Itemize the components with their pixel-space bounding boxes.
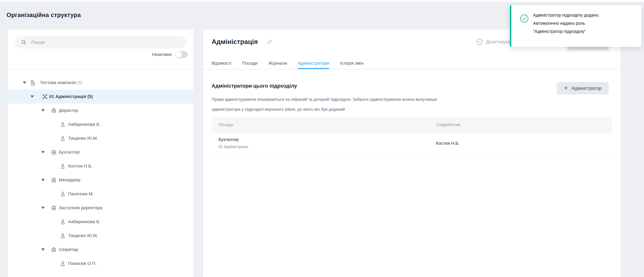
- tree-node-unit-selected[interactable]: 01 Адміністрація (5): [8, 90, 194, 104]
- briefcase-icon: [51, 149, 57, 155]
- toast-message: Адміністратор підрозділу додано. Автомат…: [533, 11, 600, 36]
- tree-node-position[interactable]: Секретар: [8, 243, 194, 256]
- tree-node-person[interactable]: Тищенко Ю.М.: [8, 229, 194, 243]
- person-icon: [60, 163, 66, 169]
- node-label: 01 Адміністрація: [49, 94, 86, 99]
- person-icon: [60, 260, 66, 267]
- deactivate-button[interactable]: Деактивувати: [476, 38, 515, 46]
- search-input[interactable]: [31, 38, 186, 47]
- tab-administratory[interactable]: Адміністратори: [298, 57, 329, 69]
- search-box[interactable]: [15, 36, 186, 49]
- cell-position: Бухгалтер 01 Адміністрація: [218, 137, 248, 149]
- search-icon: [20, 39, 27, 46]
- toggle-knob: [176, 51, 182, 58]
- table-row: Бухгалтер 01 Адміністрація Костюк Н.Б.: [212, 132, 612, 154]
- node-label: Тищенко Ю.М.: [68, 233, 98, 238]
- tab-posady[interactable]: Посади: [242, 57, 258, 69]
- column-header-employee: Співробітник: [436, 122, 460, 127]
- page-title: Організаційна структура: [6, 12, 81, 19]
- node-label: Аабарникова Б.: [68, 219, 100, 224]
- tree-node-position[interactable]: Директор: [8, 104, 194, 118]
- inactive-toggle-label: Неактивні: [152, 52, 172, 57]
- node-label: Директор: [59, 108, 78, 113]
- person-icon: [60, 219, 66, 225]
- tree-node-person[interactable]: Костюк Н.Б.: [8, 159, 194, 173]
- briefcase-icon: [51, 205, 57, 211]
- add-administrator-label: Адміністратор: [572, 86, 602, 91]
- toast-line-1: Адміністратор підрозділу додано.: [533, 11, 600, 19]
- description-line-1: Права адміністрування поширюються на обр…: [212, 94, 437, 104]
- node-label: Менеджер: [59, 177, 80, 182]
- description-line-2: адміністратора у підрозділі верхнього рі…: [212, 104, 437, 114]
- tree-node-company[interactable]: Тестова компанія (5): [8, 76, 194, 90]
- briefcase-icon: [51, 177, 57, 183]
- tree-node-position[interactable]: Заступник директора: [8, 201, 194, 215]
- tree-node-person[interactable]: Тищенко Ю.М.: [8, 131, 194, 145]
- edit-pencil-icon[interactable]: [266, 39, 273, 45]
- circle-minus-icon: [476, 39, 483, 45]
- top-strip: [0, 0, 644, 2]
- node-label: Аабарникова Б.: [68, 122, 100, 127]
- cell-employee: Костюк Н.Б.: [436, 141, 460, 146]
- toast-accent-bar: [510, 5, 511, 47]
- inactive-toggle-switch[interactable]: [176, 51, 188, 58]
- chevron-down-icon[interactable]: [41, 109, 45, 112]
- tree-node-person[interactable]: Аабарникова Б.: [8, 118, 194, 131]
- tree-node-person[interactable]: Панасюк О.П.: [8, 256, 194, 270]
- node-label: Заступник директора: [59, 205, 102, 210]
- unit-tabs: Відомості Посади Журнали Адміністратори …: [212, 57, 364, 69]
- org-tree-sidebar: Неактивні Тестова компанія (5): [8, 30, 194, 277]
- chevron-down-icon[interactable]: [41, 248, 45, 251]
- node-label: Пасечник М.: [68, 191, 94, 196]
- toast-line-3: "Адміністратор підрозділу": [533, 27, 600, 36]
- position-name: Бухгалтер: [218, 137, 248, 142]
- person-icon: [60, 135, 66, 141]
- tab-istoriya-zmin[interactable]: Історія змін: [340, 57, 364, 69]
- tree-node-position[interactable]: Менеджер: [8, 173, 194, 187]
- briefcase-icon: [51, 107, 57, 114]
- company-icon: [30, 80, 36, 86]
- check-circle-icon: [520, 14, 528, 23]
- column-header-position: Посада: [218, 122, 233, 127]
- tabs-divider: [203, 69, 621, 69]
- person-icon: [60, 191, 66, 197]
- node-label: Секретар: [59, 247, 78, 252]
- node-label: Бухгалтер: [59, 150, 80, 155]
- unit-title: Адміністрація: [212, 38, 258, 46]
- chevron-down-icon[interactable]: [30, 95, 34, 98]
- chevron-down-icon[interactable]: [23, 82, 26, 84]
- node-label: Панасюк О.П.: [68, 261, 96, 266]
- inactive-toggle-row: Неактивні: [152, 50, 188, 59]
- unit-detail-panel: Адміністрація Деактивувати Відомості Пос…: [203, 30, 621, 277]
- section-description: Права адміністрування поширюються на обр…: [212, 94, 437, 114]
- tree-node-person[interactable]: Аабарникова Б.: [8, 215, 194, 229]
- chevron-down-icon[interactable]: [41, 179, 45, 181]
- node-count: (5): [77, 80, 82, 85]
- node-label: Тищенко Ю.М.: [68, 136, 98, 141]
- plus-icon: +: [564, 85, 568, 91]
- section-heading: Адміністратори цього підрозділу: [212, 83, 297, 89]
- person-icon: [60, 121, 66, 128]
- toast-line-2: Автоматично надано роль: [533, 19, 600, 27]
- administrators-table: Посада Співробітник Бухгалтер 01 Адмініс…: [212, 117, 612, 154]
- chevron-down-icon[interactable]: [41, 151, 45, 153]
- add-administrator-button[interactable]: + Адміністратор: [557, 82, 609, 94]
- tab-zhurnaly[interactable]: Журнали: [268, 57, 287, 69]
- success-toast: Адміністратор підрозділу додано. Автомат…: [510, 5, 641, 47]
- briefcase-icon: [51, 246, 57, 253]
- person-icon: [60, 233, 66, 239]
- org-tree: Тестова компанія (5) 01 Адміністрація (5…: [8, 76, 194, 270]
- node-count: (5): [87, 94, 93, 99]
- position-unit: 01 Адміністрація: [218, 144, 248, 149]
- tree-node-position[interactable]: Бухгалтер: [8, 145, 194, 159]
- org-unit-icon: [42, 94, 48, 100]
- tree-node-person[interactable]: Пасечник М.: [8, 187, 194, 201]
- sidebar-divider: [8, 69, 194, 70]
- tab-vidomosti[interactable]: Відомості: [212, 57, 232, 69]
- chevron-down-icon[interactable]: [41, 207, 45, 209]
- node-label: Тестова компанія: [40, 80, 76, 85]
- table-header: Посада Співробітник: [212, 117, 612, 132]
- node-label: Костюк Н.Б.: [68, 163, 92, 169]
